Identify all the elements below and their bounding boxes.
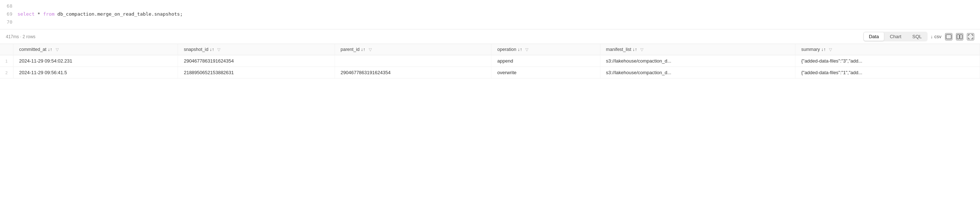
filter-icon-summary[interactable]: ▽: [829, 47, 832, 52]
line-num-69: 69: [0, 10, 13, 18]
col-header-operation[interactable]: operation ↓↑ ▽: [492, 44, 600, 55]
csv-label: csv: [934, 34, 942, 39]
layout-single-icon: [946, 34, 951, 39]
toolbar-actions: ↓ csv: [931, 33, 974, 40]
tab-data[interactable]: Data: [864, 32, 884, 41]
view-tabs: Data Chart SQL: [863, 32, 928, 41]
table-row: 1 2024-11-29 09:54:02.231 29046778631916…: [0, 55, 980, 67]
keyword-select: select: [18, 11, 35, 17]
tab-sql[interactable]: SQL: [907, 32, 927, 41]
results-table-wrapper: committed_at ↓↑ ▽ snapshot_id ↓↑ ▽ paren…: [0, 44, 980, 79]
col-header-committed-at[interactable]: committed_at ↓↑ ▽: [13, 44, 178, 55]
cell-summary-2: {"added-data-files":"1","add...: [795, 67, 980, 79]
query-time-rows: 417ms · 2 rows: [6, 34, 35, 39]
code-line-69: select * from db_compaction.merge_on_rea…: [18, 10, 980, 18]
filter-icon-committed-at[interactable]: ▽: [56, 47, 59, 52]
row-num-header: [0, 44, 13, 55]
col-header-snapshot-id[interactable]: snapshot_id ↓↑ ▽: [178, 44, 334, 55]
cell-operation-1: append: [492, 55, 600, 67]
svg-rect-0: [946, 35, 951, 39]
code-table: db_compaction.merge_on_read_table.snapsh…: [55, 11, 183, 17]
cell-snapshot-id-1: 2904677863191624354: [178, 55, 334, 67]
cell-manifest-list-1: s3://lakehouse/compaction_d...: [600, 55, 795, 67]
results-table: committed_at ↓↑ ▽ snapshot_id ↓↑ ▽ paren…: [0, 44, 980, 79]
cell-parent-id-2: 2904677863191624354: [334, 67, 492, 79]
code-line-70: [18, 18, 980, 26]
expand-icon: [968, 34, 973, 39]
cell-snapshot-id-2: 2188950652153882631: [178, 67, 334, 79]
filter-icon-manifest-list[interactable]: ▽: [640, 47, 643, 52]
cell-operation-2: overwrite: [492, 67, 600, 79]
table-header-row: committed_at ↓↑ ▽ snapshot_id ↓↑ ▽ paren…: [0, 44, 980, 55]
code-line-68: [18, 2, 980, 10]
cell-summary-1: {"added-data-files":"3","add...: [795, 55, 980, 67]
filter-icon-snapshot-id[interactable]: ▽: [217, 47, 220, 52]
col-label-summary: summary ↓↑: [801, 47, 826, 52]
layout-split-icon: [957, 34, 963, 39]
expand-button[interactable]: [967, 33, 974, 40]
cell-manifest-list-2: s3://lakehouse/compaction_d...: [600, 67, 795, 79]
filter-icon-parent-id[interactable]: ▽: [369, 47, 372, 52]
svg-rect-2: [960, 35, 962, 39]
cell-committed-at-2: 2024-11-29 09:56:41.5: [13, 67, 178, 79]
code-star: *: [38, 11, 43, 17]
col-label-committed-at: committed_at ↓↑: [19, 47, 52, 52]
download-icon: ↓: [931, 34, 933, 39]
tab-chart[interactable]: Chart: [885, 32, 907, 41]
svg-rect-1: [957, 35, 959, 39]
layout-single-button[interactable]: [945, 33, 952, 40]
layout-split-button[interactable]: [956, 33, 963, 40]
col-header-parent-id[interactable]: parent_id ↓↑ ▽: [334, 44, 492, 55]
table-row: 2 2024-11-29 09:56:41.5 2188950652153882…: [0, 67, 980, 79]
col-header-summary[interactable]: summary ↓↑ ▽: [795, 44, 980, 55]
row-num-2: 2: [0, 67, 13, 79]
code-content[interactable]: select * from db_compaction.merge_on_rea…: [18, 2, 980, 26]
col-label-manifest-list: manifest_list ↓↑: [606, 47, 637, 52]
filter-icon-operation[interactable]: ▽: [525, 47, 528, 52]
line-num-70: 70: [0, 18, 13, 26]
col-label-parent-id: parent_id ↓↑: [341, 47, 366, 52]
col-label-snapshot-id: snapshot_id ↓↑: [184, 47, 214, 52]
row-num-1: 1: [0, 55, 13, 67]
line-numbers: 68 69 70: [0, 2, 18, 26]
query-stats: 417ms · 2 rows: [6, 34, 860, 39]
cell-committed-at-1: 2024-11-29 09:54:02.231: [13, 55, 178, 67]
line-num-68: 68: [0, 2, 13, 10]
keyword-from: from: [43, 11, 54, 17]
col-label-operation: operation ↓↑: [497, 47, 522, 52]
col-header-manifest-list[interactable]: manifest_list ↓↑ ▽: [600, 44, 795, 55]
download-csv-button[interactable]: ↓ csv: [931, 34, 942, 39]
code-editor: 68 69 70 select * from db_compaction.mer…: [0, 0, 980, 29]
results-toolbar: 417ms · 2 rows Data Chart SQL ↓ csv: [0, 29, 980, 44]
cell-parent-id-1: [334, 55, 492, 67]
